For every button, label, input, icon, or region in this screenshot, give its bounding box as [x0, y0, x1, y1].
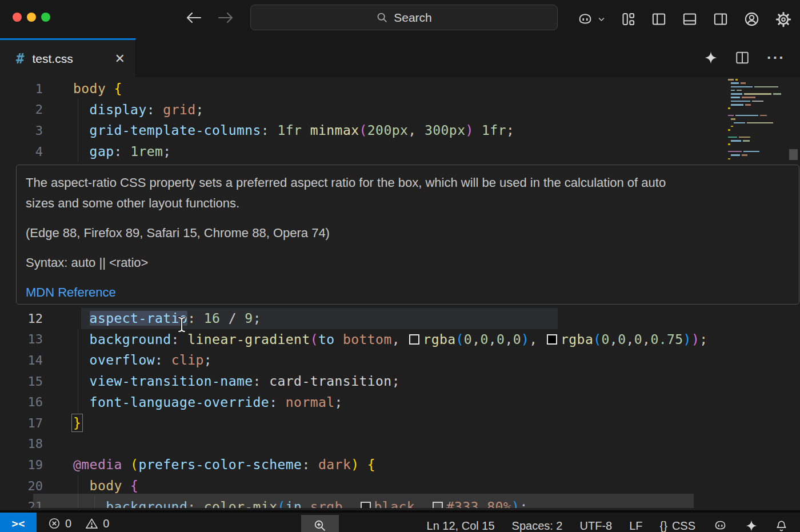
- title-bar: Search: [0, 0, 800, 38]
- error-count: 0: [65, 517, 71, 530]
- minimap[interactable]: [727, 79, 791, 162]
- problems-item[interactable]: 0 0: [48, 517, 109, 530]
- code-line-2[interactable]: 2 display: grid;: [0, 99, 800, 121]
- close-tab-icon[interactable]: ✕: [115, 51, 125, 66]
- zoom-status-item[interactable]: [301, 515, 339, 532]
- line-number: 15: [0, 374, 43, 389]
- status-bar: >< 0 0 Ln 12, Col 15 Spaces: 2 UTF-8 LF …: [0, 510, 800, 532]
- arrow-right-icon: [217, 10, 234, 25]
- remote-indicator[interactable]: ><: [0, 513, 37, 532]
- arrow-left-icon: [185, 10, 202, 25]
- code-line-12[interactable]: 12 aspect-ratio: 16 / 9;: [0, 308, 800, 329]
- code-line-17[interactable]: 17}: [0, 413, 800, 434]
- mdn-reference-link[interactable]: MDN Reference: [26, 285, 116, 299]
- line-number: 16: [0, 395, 43, 409]
- zoom-in-icon: [313, 519, 327, 532]
- code-lines-top: 1body {2 display: grid;3 grid-template-c…: [0, 78, 800, 162]
- notifications-item[interactable]: [766, 519, 797, 532]
- code-line-13[interactable]: 13 background: linear-gradient(to bottom…: [0, 329, 800, 350]
- eol-item[interactable]: LF: [621, 519, 651, 532]
- code-line-1[interactable]: 1body {: [0, 78, 800, 99]
- sparkle-status-item[interactable]: [737, 519, 766, 532]
- color-swatch[interactable]: [547, 334, 557, 345]
- copilot-icon: [713, 519, 728, 532]
- split-editor-icon[interactable]: [735, 50, 750, 65]
- line-number: 14: [0, 353, 43, 367]
- command-center-search[interactable]: Search: [250, 5, 558, 30]
- code-line-14[interactable]: 14 overflow: clip;: [0, 350, 800, 371]
- error-icon: [48, 517, 61, 530]
- chevron-down-icon: [597, 15, 606, 23]
- tooltip-syntax: Syntax: auto || <ratio>: [26, 253, 790, 273]
- more-actions-icon[interactable]: ···: [767, 49, 785, 67]
- code-line-3[interactable]: 3 grid-template-columns: 1fr minmax(200p…: [0, 120, 800, 141]
- line-number: 2: [0, 102, 43, 117]
- line-number: 3: [0, 123, 43, 138]
- line-number: 4: [0, 145, 43, 159]
- language-mode-item[interactable]: {} CSS: [651, 519, 704, 532]
- line-number: 1: [0, 82, 43, 96]
- vscode-window: Search: [0, 0, 800, 532]
- code-line-15[interactable]: 15 view-transition-name: card-transition…: [0, 371, 800, 392]
- accounts-button[interactable]: [743, 11, 760, 27]
- toggle-panel-button[interactable]: [682, 11, 698, 27]
- braces-icon: {}: [660, 519, 667, 532]
- mouse-ibeam-cursor: [176, 316, 187, 333]
- hover-tooltip: The aspect-ratio CSS property sets a pre…: [16, 165, 799, 305]
- cursor-position-item[interactable]: Ln 12, Col 15: [418, 519, 503, 532]
- copilot-menu-button[interactable]: [576, 11, 606, 27]
- zoom-window-button[interactable]: [41, 13, 50, 22]
- close-window-button[interactable]: [13, 13, 22, 22]
- vertical-scrollbar[interactable]: [789, 149, 798, 160]
- warning-icon: [85, 517, 98, 530]
- language-label: CSS: [672, 519, 695, 532]
- toggle-secondary-sidebar-button[interactable]: [713, 11, 729, 27]
- sparkle-icon: [745, 519, 758, 532]
- line-number: 17: [0, 416, 43, 430]
- editor-pane[interactable]: 1body {2 display: grid;3 grid-template-c…: [0, 77, 800, 508]
- code-line-16[interactable]: 16 font-language-override: normal;: [0, 391, 800, 413]
- tab-strip: # test.css ✕ ···: [0, 38, 800, 77]
- tooltip-browser-support: (Edge 88, Firefox 89, Safari 15, Chrome …: [26, 223, 790, 243]
- window-controls: [13, 13, 50, 22]
- line-number: 19: [0, 458, 43, 472]
- navigate-forward-button[interactable]: [216, 8, 235, 27]
- color-swatch[interactable]: [409, 334, 419, 345]
- navigate-back-button[interactable]: [184, 8, 203, 27]
- code-line-4[interactable]: 4 gap: 1rem;: [0, 141, 800, 162]
- code-line-20[interactable]: 20 body {: [0, 475, 800, 497]
- css-file-icon: #: [16, 51, 24, 67]
- bell-icon: [775, 519, 788, 532]
- customize-layout-button[interactable]: [621, 11, 636, 27]
- search-icon: [376, 11, 388, 23]
- tab-test-css[interactable]: # test.css ✕: [0, 38, 136, 77]
- code-line-18[interactable]: 18: [0, 434, 800, 455]
- settings-gear-icon[interactable]: [775, 11, 792, 28]
- tooltip-description: The aspect-ratio CSS property sets a pre…: [26, 173, 790, 214]
- horizontal-scrollbar[interactable]: [33, 494, 694, 508]
- minimize-window-button[interactable]: [27, 13, 36, 22]
- indentation-item[interactable]: Spaces: 2: [503, 519, 571, 532]
- copilot-status-item[interactable]: [704, 519, 737, 532]
- search-label: Search: [394, 11, 432, 25]
- tab-label: test.css: [32, 52, 73, 66]
- toggle-primary-sidebar-button[interactable]: [651, 11, 667, 27]
- line-number: 12: [0, 311, 43, 326]
- warning-count: 0: [103, 517, 109, 530]
- code-lines-bottom: 12 aspect-ratio: 16 / 9;13 background: l…: [0, 308, 800, 508]
- line-number: 18: [0, 437, 43, 451]
- line-number: 20: [0, 479, 43, 493]
- code-line-19[interactable]: 19@media (prefers-color-scheme: dark) {: [0, 454, 800, 475]
- encoding-item[interactable]: UTF-8: [571, 519, 621, 532]
- sparkle-icon[interactable]: [704, 51, 718, 65]
- line-number: 13: [0, 332, 43, 346]
